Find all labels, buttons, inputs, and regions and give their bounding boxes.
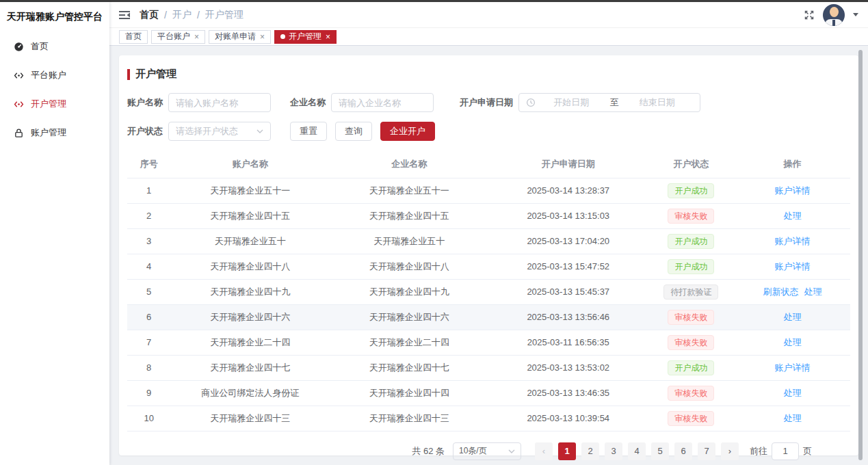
tab-平台账户[interactable]: 平台账户×	[151, 30, 205, 44]
start-date-placeholder[interactable]: 开始日期	[536, 96, 607, 109]
breadcrumb: 首页 / 开户 / 开户管理	[140, 9, 244, 21]
chevron-down-icon	[508, 449, 515, 453]
cell-apply-date: 2025-03-11 16:56:35	[488, 330, 648, 355]
page-size-select[interactable]: 10条/页	[453, 442, 521, 460]
fullscreen-icon[interactable]	[804, 10, 815, 21]
action-link[interactable]: 账户详情	[774, 362, 810, 373]
column-header: 企业名称	[330, 150, 489, 178]
action-link[interactable]: 账户详情	[774, 236, 810, 246]
cell-apply-date: 2025-03-13 13:56:46	[488, 304, 648, 330]
status-badge: 待打款验证	[663, 284, 718, 300]
cell-apply-date: 2025-03-14 13:28:37	[488, 178, 648, 203]
cell-company-name: 天开瑞雅企业四十六	[330, 304, 489, 330]
status-select[interactable]: 请选择开户状态	[168, 122, 271, 141]
cell-account-name: 商业公司绑定法人身份证	[170, 380, 330, 406]
company-name-input[interactable]	[331, 93, 434, 112]
sidebar: 天开瑞雅账户管控平台 首页平台账户开户管理账户管理	[0, 2, 109, 465]
breadcrumb-section[interactable]: 开户	[172, 9, 192, 21]
column-header: 账户名称	[170, 150, 330, 178]
action-link[interactable]: 处理	[783, 211, 801, 221]
cell-actions: 账户详情	[735, 228, 850, 254]
company-name-label: 企业名称	[290, 96, 326, 109]
page-button-4[interactable]: 4	[628, 442, 646, 460]
action-link[interactable]: 处理	[783, 388, 801, 398]
action-link[interactable]: 账户详情	[774, 185, 810, 196]
tab-label: 对账单申请	[215, 31, 256, 42]
action-link[interactable]: 处理	[783, 337, 801, 347]
date-range-picker[interactable]: 开始日期 至 结束日期	[518, 93, 700, 112]
cell-actions: 处理	[735, 380, 850, 406]
page-button-7[interactable]: 7	[698, 442, 715, 460]
tab-close-icon[interactable]: ×	[326, 33, 330, 41]
page-button-2[interactable]: 2	[581, 442, 599, 460]
content-area: 开户管理 账户名称 企业名称 开户申请日期 开始日期	[109, 46, 868, 465]
status-badge: 审核失败	[668, 411, 714, 426]
table-row: 1天开瑞雅企业五十一天开瑞雅企业五十一2025-03-14 13:28:37开户…	[127, 178, 850, 203]
page-button-1[interactable]: 1	[558, 442, 576, 460]
user-menu-caret-icon[interactable]	[853, 13, 858, 16]
cell-index: 5	[127, 279, 170, 304]
prev-page-button[interactable]: ‹	[535, 442, 553, 460]
sidebar-item-account-opening[interactable]: 开户管理	[0, 90, 109, 118]
app-title: 天开瑞雅账户管控平台	[0, 2, 109, 32]
breadcrumb-home[interactable]: 首页	[140, 9, 159, 21]
page-title: 开户管理	[127, 68, 850, 81]
column-header: 开户申请日期	[488, 150, 648, 178]
status-badge: 开户成功	[668, 259, 714, 274]
sidebar-item-label: 账户管理	[31, 127, 66, 139]
status-badge: 审核失败	[668, 335, 714, 350]
reset-button[interactable]: 重置	[290, 122, 327, 141]
search-button[interactable]: 查询	[335, 122, 372, 141]
cell-index: 3	[127, 228, 170, 254]
next-page-button[interactable]: ›	[721, 442, 739, 460]
cell-status: 审核失败	[648, 203, 735, 228]
column-header: 序号	[127, 150, 170, 178]
action-link[interactable]: 处理	[804, 287, 821, 297]
status-label: 开户状态	[127, 125, 163, 137]
cell-index: 8	[127, 355, 170, 380]
cell-actions: 处理	[735, 304, 850, 330]
tab-close-icon[interactable]: ×	[194, 33, 199, 41]
cell-apply-date: 2025-03-13 15:45:37	[488, 279, 648, 304]
end-date-placeholder[interactable]: 结束日期	[622, 96, 694, 109]
cell-index: 10	[127, 406, 170, 431]
cell-account-name: 天开瑞雅企业四十七	[170, 355, 330, 380]
cell-index: 6	[127, 304, 170, 330]
cell-company-name: 天开瑞雅企业四十七	[330, 355, 489, 380]
cell-status: 开户成功	[648, 355, 735, 380]
page-button-5[interactable]: 5	[651, 442, 669, 460]
cell-apply-date: 2025-03-14 13:15:03	[488, 203, 648, 228]
tab-对账单申请[interactable]: 对账单申请×	[209, 30, 271, 44]
action-link[interactable]: 账户详情	[774, 261, 810, 271]
cell-index: 2	[127, 203, 170, 228]
table-row: 2天开瑞雅企业四十五天开瑞雅企业四十五2025-03-14 13:15:03审核…	[127, 203, 850, 228]
cell-company-name: 天开瑞雅企业四十九	[330, 279, 489, 304]
tab-label: 首页	[125, 31, 142, 42]
action-link[interactable]: 处理	[783, 413, 801, 423]
tab-close-icon[interactable]: ×	[260, 33, 265, 41]
sidebar-item-home[interactable]: 首页	[0, 32, 109, 61]
action-link[interactable]: 处理	[783, 312, 801, 322]
cell-apply-date: 2025-03-13 10:39:54	[488, 406, 648, 431]
clock-icon	[526, 98, 536, 107]
page-button-6[interactable]: 6	[674, 442, 692, 460]
cell-apply-date: 2025-03-13 13:46:35	[488, 380, 648, 406]
page-button-3[interactable]: 3	[605, 442, 622, 460]
tab-开户管理[interactable]: 开户管理×	[274, 30, 337, 44]
cell-actions: 处理	[735, 330, 850, 355]
sidebar-item-platform-accounts[interactable]: 平台账户	[0, 61, 109, 90]
tab-首页[interactable]: 首页	[119, 30, 148, 44]
cell-account-name: 天开瑞雅企业四十八	[170, 254, 330, 279]
open-company-account-button[interactable]: 企业开户	[380, 122, 435, 141]
goto-label: 前往	[750, 445, 767, 457]
code-circle-icon	[14, 99, 24, 109]
scrollbar-thumb[interactable]	[858, 50, 863, 460]
action-link[interactable]: 刷新状态	[763, 287, 798, 297]
hamburger-icon[interactable]	[119, 10, 130, 20]
sidebar-item-account-management[interactable]: 账户管理	[0, 118, 109, 147]
account-name-input[interactable]	[168, 93, 271, 112]
cell-actions: 处理	[735, 406, 850, 431]
cell-company-name: 天开瑞雅企业二十四	[330, 330, 489, 355]
avatar[interactable]	[823, 4, 845, 26]
goto-page-input[interactable]	[772, 442, 799, 460]
